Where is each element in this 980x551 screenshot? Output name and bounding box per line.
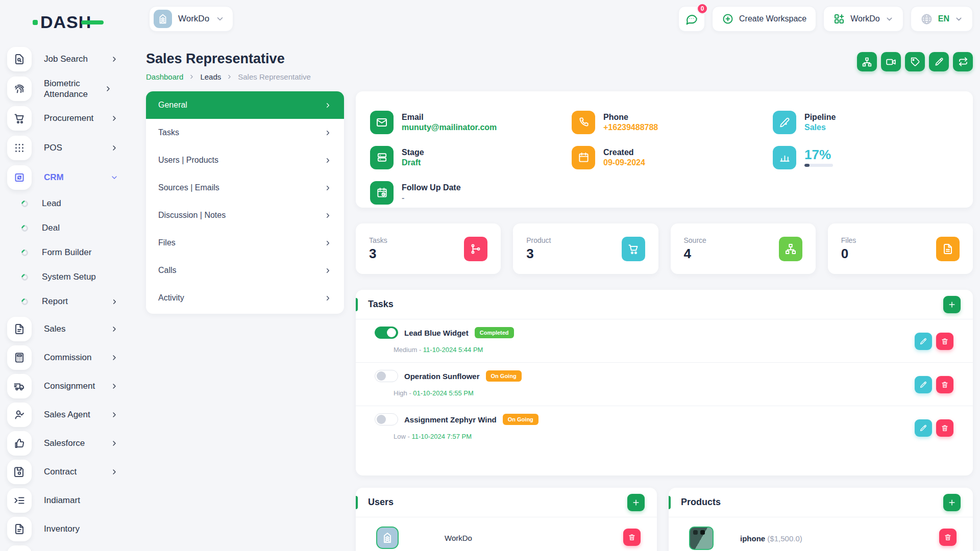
floppy-icon xyxy=(13,466,26,478)
edit-button[interactable] xyxy=(929,52,949,71)
tab-activity[interactable]: Activity xyxy=(146,284,344,312)
app-logo: DASH xyxy=(33,12,104,32)
document-icon xyxy=(13,323,26,335)
sidebar-item-form-builder[interactable]: Form Builder xyxy=(7,242,128,263)
breadcrumb-dashboard[interactable]: Dashboard xyxy=(146,72,183,81)
sidebar-item-system-setup[interactable]: System Setup xyxy=(7,267,128,287)
sidebar-item-job-search[interactable]: Job Search xyxy=(7,47,128,71)
edit-task-button[interactable] xyxy=(915,376,932,393)
tasks-section-title: Tasks xyxy=(368,299,943,310)
sidebar-item-sales-agent[interactable]: Sales Agent xyxy=(7,403,128,427)
tab-files[interactable]: Files xyxy=(146,229,344,257)
stat-source: Source4 xyxy=(671,223,816,274)
add-task-button[interactable] xyxy=(943,296,961,313)
stat-product: Product3 xyxy=(513,223,658,274)
chevron-right-icon xyxy=(110,468,118,476)
thumbs-up-icon xyxy=(13,437,26,449)
tab-general[interactable]: General xyxy=(146,91,344,119)
delete-task-button[interactable] xyxy=(936,333,953,350)
convert-to-deal-button[interactable] xyxy=(857,52,877,71)
chevron-right-icon xyxy=(110,114,118,122)
task-row: Operation Sunflower On Going High - 01-1… xyxy=(356,363,973,406)
convert-icon xyxy=(958,57,968,67)
logo-dash xyxy=(81,20,104,24)
video-icon xyxy=(886,57,896,67)
task-toggle[interactable] xyxy=(375,327,398,339)
delete-task-button[interactable] xyxy=(936,419,953,437)
status-badge: On Going xyxy=(503,414,538,425)
sidebar-item-indiamart[interactable]: Indiamart xyxy=(7,488,128,513)
sidebar-item-partial xyxy=(7,545,32,551)
add-product-button[interactable] xyxy=(943,494,961,511)
meeting-button[interactable] xyxy=(881,52,901,71)
pen-icon xyxy=(779,117,790,128)
page-actions xyxy=(857,52,973,71)
tab-sources-emails[interactable]: Sources | Emails xyxy=(146,174,344,202)
donut-icon xyxy=(20,297,29,306)
sidebar-item-report[interactable]: Report xyxy=(7,291,128,312)
chevron-right-icon xyxy=(324,157,332,164)
sidebar-item-biometric-attendance[interactable]: Biometric Attendance xyxy=(7,77,128,101)
workspace-menu-button[interactable]: WorkDo xyxy=(823,6,903,32)
delete-product-button[interactable] xyxy=(939,529,957,546)
chevron-right-icon xyxy=(110,144,118,152)
language-selector[interactable]: EN xyxy=(911,6,973,32)
messages-button[interactable]: 0 xyxy=(678,6,705,32)
sidebar-item-contract[interactable]: Contract xyxy=(7,460,128,484)
phone-icon xyxy=(578,116,590,128)
tab-tasks[interactable]: Tasks xyxy=(146,119,344,146)
workspace-avatar xyxy=(154,10,172,28)
workspace-switcher[interactable]: WorkDo xyxy=(149,6,233,32)
sidebar-item-inventory[interactable]: Inventory xyxy=(7,517,128,541)
chevron-right-icon xyxy=(324,184,332,192)
tab-calls[interactable]: Calls xyxy=(146,257,344,284)
info-created: Created09-09-2024 xyxy=(572,140,773,175)
chat-icon xyxy=(685,12,698,26)
edit-task-button[interactable] xyxy=(915,419,932,437)
sidebar-item-commission[interactable]: Commission xyxy=(7,345,128,370)
chevron-right-icon xyxy=(111,298,118,306)
top-header: DASH WorkDo 0 Create Workspace WorkDo EN xyxy=(0,0,980,41)
chevron-right-icon xyxy=(324,129,332,137)
users-section-title: Users xyxy=(368,497,627,508)
sidebar-item-pos[interactable]: POS xyxy=(7,136,128,160)
crm-icon xyxy=(13,171,26,184)
delete-task-button[interactable] xyxy=(936,376,953,393)
plus-icon xyxy=(947,498,957,507)
task-toggle[interactable] xyxy=(375,413,398,425)
user-check-icon xyxy=(13,409,26,421)
breadcrumb-current: Sales Representative xyxy=(238,72,311,81)
refresh-button[interactable] xyxy=(953,52,973,71)
donut-icon xyxy=(20,223,29,233)
sitemap-icon xyxy=(785,243,797,255)
section-accent xyxy=(669,496,671,509)
add-user-button[interactable] xyxy=(627,494,645,511)
pencil-icon xyxy=(934,57,944,67)
phone-value: +16239488788 xyxy=(603,123,658,132)
tab-users-products[interactable]: Users | Products xyxy=(146,146,344,174)
breadcrumb-leads[interactable]: Leads xyxy=(200,72,221,81)
sidebar-item-salesforce[interactable]: Salesforce xyxy=(7,431,128,456)
sidebar-item-procurement[interactable]: Procurement xyxy=(7,106,128,131)
create-workspace-button[interactable]: Create Workspace xyxy=(712,6,816,32)
chevron-right-icon xyxy=(324,239,332,247)
calculator-icon xyxy=(13,352,26,364)
task-toggle[interactable] xyxy=(375,370,398,382)
sidebar-item-lead[interactable]: Lead xyxy=(7,193,128,214)
plus-icon xyxy=(631,498,641,507)
breadcrumb: Dashboard Leads Sales Representative xyxy=(146,72,311,81)
sidebar-item-crm[interactable]: CRM xyxy=(7,165,128,190)
sidebar-item-consignment[interactable]: Consignment xyxy=(7,374,128,398)
info-stage: StageDraft xyxy=(370,140,572,175)
stat-tasks: Tasks3 xyxy=(356,223,501,274)
edit-task-button[interactable] xyxy=(915,333,932,350)
sidebar-item-sales[interactable]: Sales xyxy=(7,317,128,341)
products-section: Products iphone ($1,500.0) xyxy=(669,488,973,551)
task-row: Lead Blue Widget Completed Medium - 11-1… xyxy=(356,319,973,363)
labels-button[interactable] xyxy=(905,52,925,71)
delete-user-button[interactable] xyxy=(623,529,641,546)
tab-discussion-notes[interactable]: Discussion | Notes xyxy=(146,202,344,229)
progress-value: 17% xyxy=(804,148,833,161)
indent-icon xyxy=(13,494,26,507)
sidebar-item-deal[interactable]: Deal xyxy=(7,218,128,238)
